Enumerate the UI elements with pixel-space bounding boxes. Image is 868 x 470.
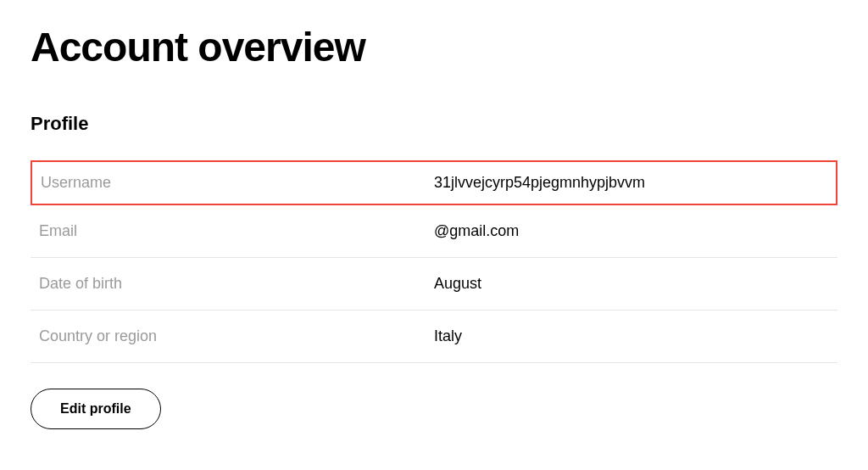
edit-profile-button[interactable]: Edit profile — [31, 389, 161, 429]
page-title: Account overview — [31, 24, 837, 70]
value-email: @gmail.com — [434, 222, 829, 240]
label-username: Username — [41, 174, 434, 192]
row-email: Email @gmail.com — [31, 205, 837, 258]
row-country: Country or region Italy — [31, 311, 837, 363]
row-dob: Date of birth August — [31, 258, 837, 311]
actions: Edit profile — [31, 389, 837, 429]
row-username: Username 31jlvvejcyrp54pjegmnhypjbvvm — [31, 160, 837, 205]
label-country: Country or region — [39, 327, 434, 345]
value-dob: August — [434, 275, 829, 293]
value-country: Italy — [434, 327, 829, 345]
label-email: Email — [39, 222, 434, 240]
profile-table: Username 31jlvvejcyrp54pjegmnhypjbvvm Em… — [31, 160, 837, 363]
section-title: Profile — [31, 113, 837, 135]
label-dob: Date of birth — [39, 275, 434, 293]
value-username: 31jlvvejcyrp54pjegmnhypjbvvm — [434, 174, 827, 192]
